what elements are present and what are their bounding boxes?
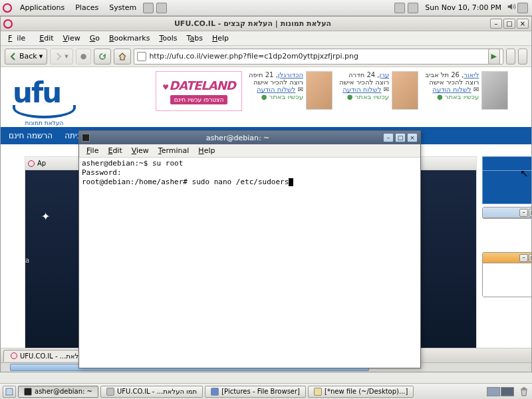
profile-card-1[interactable]: הכדורגלן, 21 חיפה רוצה להכיר אישה ✉ לשלו… <box>249 71 332 110</box>
go-button[interactable]: ▶ <box>488 49 500 65</box>
terminal-title: asher@debian: ~ <box>92 134 383 142</box>
terminal-titlebar[interactable]: asher@debian: ~ – □ × <box>79 131 420 144</box>
nested-text: a <box>25 257 29 264</box>
minimize-button[interactable]: – <box>519 254 528 262</box>
reload-button[interactable] <box>94 49 111 65</box>
profile-card-2[interactable]: ערן, 24 חדרה רוצה להכיר אישה ✉ לשלוח הוד… <box>339 71 418 110</box>
taskbar-item-files[interactable]: [Pictures - File Browser] <box>205 386 306 398</box>
taskbar-item-browser[interactable]: UFU.CO.IL - ...תמו העלאת <box>100 386 203 398</box>
minimize-button[interactable]: – <box>383 133 394 142</box>
page-icon <box>137 52 146 61</box>
debian-icon <box>3 3 12 13</box>
maximize-button[interactable]: □ <box>395 133 406 142</box>
browser-toolbar: Back ▾ ▾ ● http://ufu.co.il/viewer.php?f… <box>1 46 531 67</box>
maximize-button[interactable]: □ <box>503 19 515 29</box>
epiphany-icon <box>106 388 114 396</box>
minimize-button[interactable]: – <box>490 19 502 29</box>
maximize-button[interactable]: □ <box>529 254 531 262</box>
toolbar-icon-2[interactable] <box>518 49 527 65</box>
menu-terminal[interactable]: Terminal <box>154 145 194 156</box>
epiphany-icon <box>3 19 13 29</box>
menu-go[interactable]: Go <box>85 33 104 44</box>
folder-icon <box>211 388 219 396</box>
mini-window-2: – □ × <box>482 252 531 297</box>
browser-titlebar[interactable]: UFU.CO.IL - העלאת תמונות | העלאת קבצים –… <box>1 17 531 31</box>
gnome-top-panel: Applications Places System Sun Nov 10, 7… <box>0 0 532 16</box>
menu-tools[interactable]: Tools <box>154 33 182 44</box>
workspace-2[interactable] <box>501 387 514 396</box>
browser-title: UFU.CO.IL - העלאת תמונות | העלאת קבצים <box>15 19 490 28</box>
menu-tabs[interactable]: Tabs <box>182 33 207 44</box>
menu-edit[interactable]: Edit <box>35 33 58 44</box>
tray-icon-3[interactable] <box>517 3 528 13</box>
toolbar-icon-1[interactable] <box>506 49 515 65</box>
menu-file[interactable]: File <box>82 145 103 156</box>
ufu-logo[interactable]: ufu העלאת תמונות <box>13 76 76 126</box>
avatar <box>392 71 418 110</box>
editor-icon <box>314 388 322 396</box>
dateland-ad[interactable]: ♥DATELAND הצטרפו עכשיו חינם <box>156 71 242 111</box>
stop-button: ● <box>76 49 92 65</box>
terminal-window: asher@debian: ~ – □ × File Edit View Ter… <box>78 130 421 368</box>
forward-button: ▾ <box>50 49 73 65</box>
tray-icon-2[interactable] <box>408 3 418 13</box>
workspace-switcher[interactable] <box>487 387 514 396</box>
taskbar-item-terminal[interactable]: asher@debian: ~ <box>18 386 98 398</box>
applications-menu[interactable]: Applications <box>15 2 70 13</box>
gnome-bottom-panel: asher@debian: ~ UFU.CO.IL - ...תמו העלאת… <box>0 383 532 399</box>
browser-menubar: File Edit View Go Bookmarks Tools Tabs H… <box>1 31 531 46</box>
avatar <box>306 71 332 110</box>
volume-icon[interactable] <box>507 2 516 13</box>
menu-file[interactable]: File <box>3 33 35 44</box>
menu-view[interactable]: View <box>59 33 85 44</box>
tray-icon-1[interactable] <box>394 3 405 13</box>
url-bar[interactable]: http://ufu.co.il/viewer.php?file=c1dp2om… <box>134 49 503 65</box>
terminal-icon <box>82 134 90 142</box>
menu-edit[interactable]: Edit <box>103 145 126 156</box>
minimize-button[interactable]: – <box>519 209 528 217</box>
svg-rect-0 <box>6 388 13 395</box>
taskbar-item-editor[interactable]: [*new file (~/Desktop)...] <box>308 386 414 398</box>
workspace-1[interactable] <box>487 387 500 396</box>
profile-card-3[interactable]: ליאור, 26 תל אביב רוצה להכיר אישה ✉ לשלו… <box>425 71 508 110</box>
places-menu[interactable]: Places <box>70 2 104 13</box>
menu-help[interactable]: Help <box>194 145 219 156</box>
terminal-icon <box>24 388 32 396</box>
launcher-icon-2[interactable] <box>156 3 167 13</box>
show-desktop-button[interactable] <box>3 386 16 398</box>
nested-right-top: S ✦ – □ ▸ <box>482 156 531 219</box>
close-button[interactable]: × <box>407 133 418 142</box>
star-icon: ✦ <box>41 210 50 223</box>
site-header: ufu העלאת תמונות ♥DATELAND הצטרפו עכשיו … <box>1 67 531 127</box>
launcher-icon-1[interactable] <box>143 3 154 13</box>
mini-window-1: – □ ▸ <box>482 207 531 219</box>
close-button[interactable]: × <box>517 19 529 29</box>
menu-bookmarks[interactable]: Bookmarks <box>104 33 154 44</box>
maximize-button[interactable]: □ <box>529 209 531 217</box>
nav-register[interactable]: הרשמה חינם <box>9 131 53 140</box>
menu-view[interactable]: View <box>127 145 154 156</box>
menu-help[interactable]: Help <box>207 33 233 44</box>
cursor <box>289 178 293 186</box>
system-menu[interactable]: System <box>104 2 142 13</box>
terminal-body[interactable]: asher@debian:~$ su root Password: root@d… <box>79 158 420 368</box>
avatar <box>481 71 508 110</box>
back-button[interactable]: Back ▾ <box>5 49 47 65</box>
terminal-menubar: File Edit View Terminal Help <box>79 144 420 158</box>
home-button[interactable] <box>114 49 131 65</box>
clock[interactable]: Sun Nov 10, 7:00 PM <box>420 3 507 12</box>
trash-icon[interactable] <box>519 386 529 397</box>
url-text[interactable]: http://ufu.co.il/viewer.php?file=c1dp2om… <box>149 52 485 61</box>
chevron-down-icon: ▾ <box>39 52 43 61</box>
